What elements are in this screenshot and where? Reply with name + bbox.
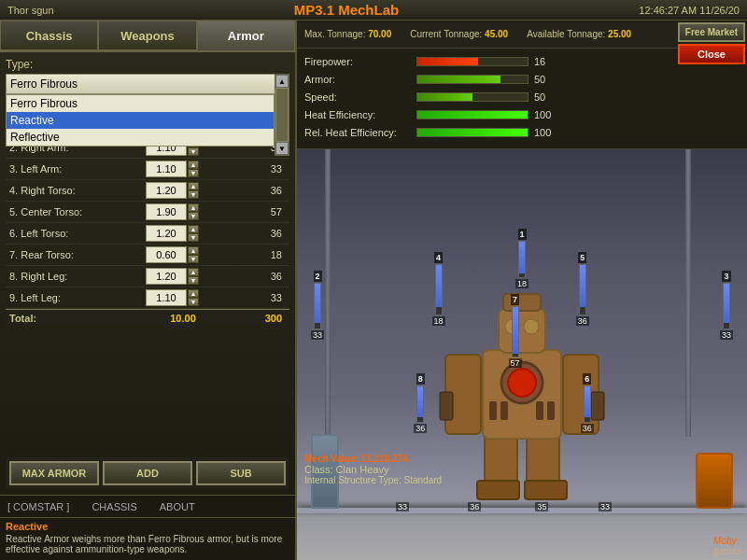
tab-chassis[interactable]: Chassis — [0, 21, 98, 50]
tons-input-5[interactable] — [146, 203, 187, 220]
action-buttons: MAX ARMOR ADD SUB — [6, 457, 289, 489]
dropdown-scrollbar[interactable]: ▲ ▼ — [275, 74, 289, 156]
spinner-down-3[interactable]: ▼ — [188, 169, 199, 177]
title-bar: Thor sgun MP3.1 MechLab 12:46:27 AM 11/2… — [0, 0, 747, 21]
spinner-down-4[interactable]: ▼ — [188, 190, 199, 199]
spinner-down-2[interactable]: ▼ — [188, 147, 199, 156]
spinner-up-6[interactable]: ▲ — [188, 225, 199, 233]
tons-input-7[interactable] — [146, 246, 187, 263]
dropdown-option-reflective[interactable]: Reflective — [7, 129, 274, 146]
free-market-button[interactable]: Free Market — [678, 22, 745, 42]
spinner-up-8[interactable]: ▲ — [188, 268, 199, 276]
table-row: 9. Left Leg: ▲ ▼ 33 — [6, 287, 289, 309]
armor-type-dropdown[interactable]: Ferro Fibrous ▼ Ferro Fibrous Reactive R… — [6, 74, 289, 94]
mech-value-number: 11,110,274 — [361, 454, 408, 464]
spinner-up-7[interactable]: ▲ — [188, 246, 199, 255]
available-tonnage-label: Available Tonnage: — [527, 29, 605, 39]
dropdown-selected: Ferro Fibrous — [10, 77, 78, 91]
add-button[interactable]: ADD — [103, 461, 192, 485]
bottom-nav: [ COMSTAR ] CHASSIS ABOUT — [0, 495, 295, 517]
scroll-thumb — [276, 89, 288, 141]
table-row: 5. Center Torso: ▲ ▼ 57 — [6, 202, 289, 223]
tab-weapons[interactable]: Weapons — [98, 21, 196, 50]
row-label-7: 7. Rear Torso: — [9, 249, 146, 260]
table-row: 6. Left Torso: ▲ ▼ 36 — [6, 223, 289, 245]
max-armor-button[interactable]: MAX ARMOR — [9, 461, 99, 485]
scroll-up-icon[interactable]: ▲ — [275, 75, 289, 88]
spinner-buttons-6: ▲ ▼ — [188, 225, 199, 242]
heat-value: 100 — [534, 109, 562, 120]
spinner-up-3[interactable]: ▲ — [188, 161, 199, 169]
dropdown-option-ferro[interactable]: Ferro Fibrous — [7, 95, 274, 112]
heat-row: Heat Efficiency: 100 — [304, 107, 740, 122]
max-tonnage-value: 70.00 — [368, 29, 391, 39]
nav-comstar[interactable]: [ COMSTAR ] — [4, 499, 73, 514]
svg-rect-2 — [477, 481, 519, 499]
max-tonnage: Max. Tonnage: 70.00 — [304, 29, 391, 39]
heat-label: Heat Efficiency: — [304, 109, 416, 120]
tons-input-3[interactable] — [146, 161, 187, 177]
tab-armor[interactable]: Armor — [197, 21, 295, 50]
left-panel: Chassis Weapons Armor Type: Ferro Fibrou… — [0, 21, 297, 560]
points-6: 36 — [220, 228, 286, 239]
row-label-6: 6. Left Torso: — [9, 228, 146, 239]
window-title: Thor sgun — [7, 5, 54, 16]
svg-rect-9 — [440, 392, 453, 420]
row-label-4: 4. Right Torso: — [9, 185, 146, 196]
nav-about[interactable]: ABOUT — [156, 499, 199, 514]
points-4: 36 — [220, 185, 286, 196]
row-label-5: 5. Center Torso: — [9, 206, 146, 217]
spinner-8: ▲ ▼ — [146, 268, 220, 285]
svg-rect-15 — [489, 401, 497, 420]
spinner-down-8[interactable]: ▼ — [188, 276, 199, 285]
rel-heat-bar — [417, 129, 528, 136]
armor-bar-container — [416, 75, 529, 84]
spinner-buttons-7: ▲ ▼ — [188, 246, 199, 263]
heat-bar — [417, 111, 528, 119]
spinner-buttons-3: ▲ ▼ — [188, 161, 199, 177]
close-button[interactable]: Close — [678, 44, 745, 64]
tons-input-4[interactable] — [146, 182, 187, 199]
mech-class: Class: Clan Heavy — [304, 464, 442, 475]
svg-rect-3 — [525, 481, 567, 499]
speed-bar-container — [416, 92, 529, 102]
points-7: 18 — [220, 249, 286, 260]
total-label: Total: — [9, 313, 146, 324]
spinner-up-9[interactable]: ▲ — [188, 289, 199, 298]
nav-chassis[interactable]: CHASSIS — [88, 499, 140, 514]
armor-content: Type: Ferro Fibrous ▼ Ferro Fibrous Reac… — [0, 52, 295, 495]
armor-table: Location Tons Points 1. Head: ▲ ▼ 18 — [6, 96, 289, 457]
tons-input-8[interactable] — [146, 268, 187, 285]
rel-heat-bar-container — [416, 128, 529, 137]
spinner-up-4[interactable]: ▲ — [188, 182, 199, 190]
total-row: Total: 10.00 300 — [6, 309, 289, 327]
mech-structure: Internal Structure Type: Standard — [304, 475, 442, 485]
status-description: Reactive Armor weighs more than Ferro Fi… — [6, 534, 289, 554]
mech-info: Mech Value: 11,110,274 Class: Clan Heavy… — [304, 454, 442, 485]
tons-input-6[interactable] — [146, 225, 187, 242]
spinner-down-7[interactable]: ▼ — [188, 255, 199, 263]
spinner-3: ▲ ▼ — [146, 161, 220, 177]
dropdown-display[interactable]: Ferro Fibrous ▼ — [6, 74, 289, 94]
table-row: 7. Rear Torso: ▲ ▼ 18 — [6, 245, 289, 266]
points-3: 33 — [220, 163, 286, 175]
row-label-9: 9. Left Leg: — [9, 292, 146, 303]
spinner-down-5[interactable]: ▼ — [188, 212, 199, 220]
max-tonnage-label: Max. Tonnage: — [304, 29, 365, 39]
rel-heat-value: 100 — [534, 127, 562, 138]
tons-input-9[interactable] — [146, 289, 187, 306]
table-row: 3. Left Arm: ▲ ▼ 33 — [6, 159, 289, 180]
app-title: MP3.1 MechLab — [54, 2, 640, 18]
spinner-down-6[interactable]: ▼ — [188, 233, 199, 242]
scroll-down-icon[interactable]: ▼ — [275, 142, 289, 155]
table-row: 8. Right Leg: ▲ ▼ 36 — [6, 266, 289, 287]
dropdown-option-reactive[interactable]: Reactive — [7, 112, 274, 129]
spinner-down-9[interactable]: ▼ — [188, 298, 199, 306]
firepower-row: Firepower: 16 — [304, 54, 740, 69]
total-points: 300 — [220, 313, 286, 324]
armor-stat-value: 50 — [534, 74, 562, 85]
sub-button[interactable]: SUB — [196, 461, 286, 485]
spinner-up-5[interactable]: ▲ — [188, 203, 199, 212]
spinner-6: ▲ ▼ — [146, 225, 220, 242]
firepower-bar-container — [416, 57, 529, 66]
